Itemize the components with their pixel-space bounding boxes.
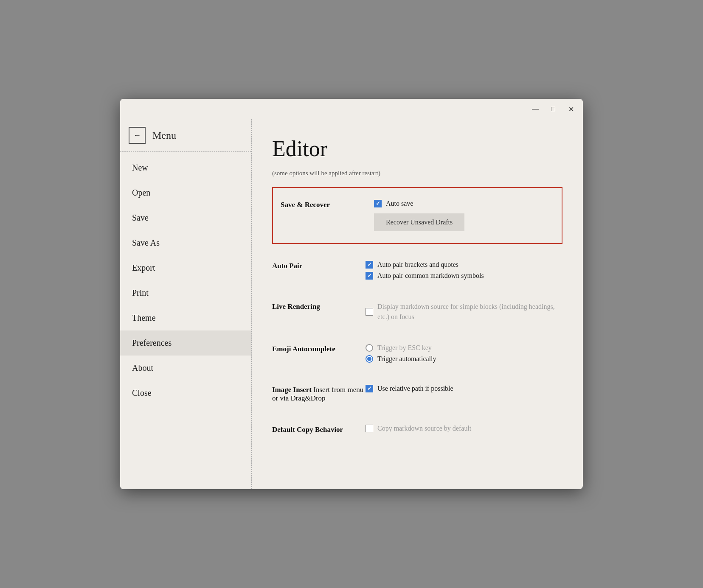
default-copy-controls: Copy markdown source by default: [366, 425, 562, 432]
default-copy-label: Default Copy Behavior: [272, 425, 366, 434]
sidebar-item-preferences[interactable]: Preferences: [120, 330, 251, 356]
auto-pair-markdown-checkbox[interactable]: ✓: [366, 272, 373, 280]
sidebar-item-print[interactable]: Print: [120, 280, 251, 305]
sidebar-item-save[interactable]: Save: [120, 205, 251, 230]
image-relative-path-label: Use relative path if possible: [377, 385, 453, 392]
auto-pair-row: Auto Pair ✓ Auto pair brackets and quote…: [272, 256, 562, 285]
emoji-autocomplete-row: Emoji Autocomplete Trigger by ESC key Tr…: [272, 339, 562, 368]
minimize-button[interactable]: —: [530, 104, 540, 114]
auto-pair-brackets-icon: ✓: [367, 261, 372, 268]
back-icon: ←: [133, 131, 141, 140]
sidebar-item-new[interactable]: New: [120, 155, 251, 180]
image-insert-row: Image Insert Insert from menu or via Dra…: [272, 380, 562, 408]
emoji-auto-label: Trigger automatically: [377, 355, 436, 363]
sidebar-item-close[interactable]: Close: [120, 381, 251, 406]
image-insert-bold-label: Image Insert: [272, 386, 312, 394]
image-relative-path-checkbox[interactable]: ✓: [366, 385, 373, 392]
image-insert-label: Image Insert Insert from menu or via Dra…: [272, 385, 366, 403]
auto-pair-markdown-label: Auto pair common markdown symbols: [377, 272, 484, 280]
emoji-autocomplete-section: Emoji Autocomplete Trigger by ESC key Tr…: [272, 339, 562, 368]
image-relative-path-row: ✓ Use relative path if possible: [366, 385, 562, 392]
default-copy-option-label: Copy markdown source by default: [377, 425, 471, 432]
main-content: Editor (some options will be applied aft…: [252, 119, 583, 489]
restart-note: (some options will be applied after rest…: [272, 170, 562, 177]
recover-btn-row: Recover Unsaved Drafts: [374, 211, 554, 231]
auto-pair-label: Auto Pair: [272, 261, 366, 270]
default-copy-checkbox[interactable]: [366, 425, 373, 432]
sidebar-item-about[interactable]: About: [120, 356, 251, 381]
auto-save-check-icon: ✓: [376, 200, 380, 207]
emoji-autocomplete-label: Emoji Autocomplete: [272, 344, 366, 353]
auto-save-label: Auto save: [386, 200, 413, 207]
maximize-button[interactable]: □: [548, 104, 558, 114]
live-rendering-option-label: Display markdown source for simple block…: [377, 302, 562, 322]
emoji-autocomplete-controls: Trigger by ESC key Trigger automatically: [366, 344, 562, 363]
emoji-auto-row: Trigger automatically: [366, 355, 562, 363]
auto-pair-section: Auto Pair ✓ Auto pair brackets and quote…: [272, 256, 562, 285]
menu-title: Menu: [152, 130, 176, 141]
default-copy-option-row: Copy markdown source by default: [366, 425, 562, 432]
live-rendering-label: Live Rendering: [272, 302, 366, 311]
sidebar-item-theme[interactable]: Theme: [120, 305, 251, 330]
auto-pair-brackets-checkbox[interactable]: ✓: [366, 261, 373, 269]
live-rendering-checkbox[interactable]: [366, 308, 373, 316]
close-button[interactable]: ✕: [566, 104, 576, 114]
auto-pair-brackets-label: Auto pair brackets and quotes: [377, 261, 458, 269]
image-relative-path-icon: ✓: [367, 385, 372, 392]
emoji-esc-row: Trigger by ESC key: [366, 344, 562, 352]
sidebar-item-open[interactable]: Open: [120, 180, 251, 205]
auto-pair-markdown-icon: ✓: [367, 272, 372, 279]
auto-pair-option2-row: ✓ Auto pair common markdown symbols: [366, 272, 562, 280]
sidebar-item-export[interactable]: Export: [120, 255, 251, 280]
emoji-auto-radio-inner: [367, 357, 371, 361]
titlebar: — □ ✕: [120, 99, 583, 119]
live-rendering-section: Live Rendering Display markdown source f…: [272, 297, 562, 327]
emoji-esc-radio[interactable]: [366, 344, 373, 352]
live-rendering-row: Live Rendering Display markdown source f…: [272, 297, 562, 327]
back-button[interactable]: ←: [129, 127, 146, 144]
live-rendering-option-row: Display markdown source for simple block…: [366, 302, 562, 322]
save-recover-row: Save & Recover ✓ Auto save Recover Unsav…: [281, 195, 554, 236]
auto-pair-controls: ✓ Auto pair brackets and quotes ✓ Auto p…: [366, 261, 562, 280]
auto-save-checkbox[interactable]: ✓: [374, 200, 382, 207]
image-insert-controls: ✓ Use relative path if possible: [366, 385, 562, 392]
default-copy-section: Default Copy Behavior Copy markdown sour…: [272, 420, 562, 439]
image-insert-section: Image Insert Insert from menu or via Dra…: [272, 380, 562, 408]
main-window: — □ ✕ ← Menu New Open Save Save As Expor…: [120, 99, 583, 489]
save-recover-section: Save & Recover ✓ Auto save Recover Unsav…: [272, 187, 562, 244]
sidebar-item-save-as[interactable]: Save As: [120, 230, 251, 255]
default-copy-row: Default Copy Behavior Copy markdown sour…: [272, 420, 562, 439]
sidebar-nav: New Open Save Save As Export Print Theme…: [120, 152, 251, 489]
page-title: Editor: [272, 136, 562, 161]
emoji-esc-label: Trigger by ESC key: [377, 344, 432, 352]
content-area: ← Menu New Open Save Save As Export Prin…: [120, 119, 583, 489]
recover-unsaved-button[interactable]: Recover Unsaved Drafts: [374, 213, 464, 231]
sidebar-header: ← Menu: [120, 119, 251, 152]
save-recover-label: Save & Recover: [281, 200, 374, 209]
emoji-auto-radio[interactable]: [366, 355, 373, 363]
auto-pair-option1-row: ✓ Auto pair brackets and quotes: [366, 261, 562, 269]
live-rendering-controls: Display markdown source for simple block…: [366, 302, 562, 322]
sidebar: ← Menu New Open Save Save As Export Prin…: [120, 119, 252, 489]
auto-save-row: ✓ Auto save: [374, 200, 554, 207]
save-recover-controls: ✓ Auto save Recover Unsaved Drafts: [374, 200, 554, 231]
